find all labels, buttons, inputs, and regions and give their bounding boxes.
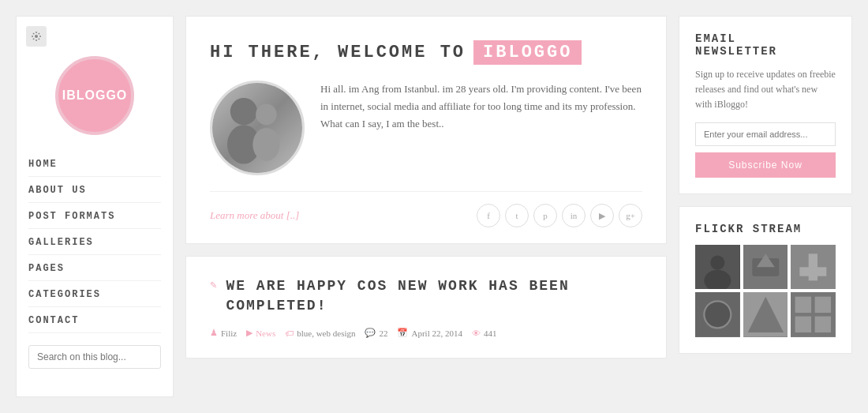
meta-author: ♟ Filiz (210, 328, 237, 338)
meta-category: ▶ News (246, 328, 275, 338)
google-plus-icon[interactable]: g+ (619, 204, 642, 227)
svg-point-0 (35, 35, 38, 38)
nav-item-categories[interactable]: CATEGORIES (28, 289, 101, 300)
svg-point-6 (710, 255, 724, 269)
svg-point-1 (230, 98, 257, 125)
welcome-description: Hi all. im Ang from Istanbul. im 28 year… (320, 81, 642, 133)
flickr-thumb-2[interactable] (743, 245, 788, 290)
nav-item-pages[interactable]: PAGES (28, 263, 65, 274)
post-meta: ♟ Filiz ▶ News 🏷 blue, web design 💬 22 📅 (210, 328, 642, 338)
welcome-card: HI THERE, WELCOME TO IBLOGGO (185, 16, 667, 244)
page-wrapper: IBLOGGO HOMEABOUT USPOST FORMATSGALLERIE… (0, 0, 868, 413)
post-card: ✎ WE ARE HAPPY COS NEW WORK HAS BEEN COM… (185, 256, 667, 359)
post-title: ✎ WE ARE HAPPY COS NEW WORK HAS BEEN COM… (210, 276, 642, 316)
meta-comments: 💬 22 (365, 328, 387, 338)
email-input[interactable] (695, 122, 836, 146)
flickr-thumb-1[interactable] (695, 245, 740, 290)
calendar-icon: 📅 (397, 328, 408, 338)
tag-icon: 🏷 (285, 329, 294, 338)
meta-tags: 🏷 blue, web design (285, 329, 355, 338)
flickr-title: FLICKR STREAM (695, 223, 836, 235)
twitter-icon[interactable]: t (505, 204, 529, 227)
pinterest-icon[interactable]: p (533, 204, 557, 227)
welcome-title-prefix: HI THERE, WELCOME TO (210, 43, 466, 62)
tags-text: blue, web design (297, 329, 355, 338)
newsletter-card: EMAILNEWSLETTER Sign up to receive updat… (679, 16, 852, 194)
logo-text: IBLOGGO (62, 88, 128, 103)
flickr-thumb-5[interactable] (743, 292, 788, 337)
main-content: HI THERE, WELCOME TO IBLOGGO (185, 16, 667, 397)
comment-icon: 💬 (365, 328, 376, 338)
social-icons: ftpin▶g+ (477, 204, 642, 227)
subscribe-button[interactable]: Subscribe Now (695, 152, 836, 178)
welcome-footer: Learn more about [..] ftpin▶g+ (210, 191, 642, 227)
linkedin-icon[interactable]: in (562, 204, 586, 227)
right-sidebar: EMAILNEWSLETTER Sign up to receive updat… (679, 16, 852, 397)
svg-rect-21 (795, 317, 811, 332)
welcome-title: HI THERE, WELCOME TO IBLOGGO (210, 40, 642, 65)
newsletter-title: EMAILNEWSLETTER (695, 32, 836, 58)
welcome-brand: IBLOGGO (473, 40, 582, 65)
comments-count: 22 (379, 329, 387, 338)
views-icon: 👁 (472, 329, 481, 338)
svg-rect-19 (795, 297, 811, 313)
nav-item-galleries[interactable]: GALLERIES (28, 237, 94, 248)
logo[interactable]: IBLOGGO (55, 56, 134, 135)
views-count: 441 (484, 329, 497, 338)
welcome-text: Hi all. im Ang from Istanbul. im 28 year… (320, 81, 642, 175)
left-sidebar: IBLOGGO HOMEABOUT USPOST FORMATSGALLERIE… (16, 16, 174, 397)
nav-item-contact[interactable]: CONTACT (28, 315, 79, 326)
post-title-text: WE ARE HAPPY COS NEW WORK HAS BEEN COMPL… (226, 276, 642, 316)
youtube-icon[interactable]: ▶ (590, 204, 614, 227)
meta-date: 📅 April 22, 2014 (397, 328, 462, 338)
nav-menu: HOMEABOUT USPOST FORMATSGALLERIESPAGESCA… (28, 151, 161, 333)
svg-point-4 (253, 128, 279, 161)
welcome-photo (210, 81, 305, 175)
newsletter-description: Sign up to receive updates on freebie re… (695, 67, 836, 113)
welcome-body: Hi all. im Ang from Istanbul. im 28 year… (210, 81, 642, 175)
svg-point-3 (256, 104, 277, 126)
svg-rect-22 (815, 317, 831, 332)
flickr-grid (695, 245, 836, 337)
svg-point-15 (704, 302, 731, 329)
learn-more-link[interactable]: Learn more about [..] (210, 209, 299, 222)
search-input[interactable] (28, 345, 161, 369)
flickr-thumb-3[interactable] (791, 245, 836, 290)
flickr-thumb-6[interactable] (791, 292, 836, 337)
edit-icon: ✎ (210, 278, 218, 294)
flickr-card: FLICKR STREAM (679, 206, 852, 354)
svg-rect-13 (800, 267, 827, 276)
folder-icon: ▶ (246, 328, 253, 338)
nav-item-about-us[interactable]: ABOUT US (28, 185, 87, 196)
gear-icon[interactable] (26, 26, 47, 47)
post-date: April 22, 2014 (411, 329, 462, 338)
flickr-thumb-4[interactable] (695, 292, 740, 337)
facebook-icon[interactable]: f (477, 204, 500, 227)
user-icon: ♟ (210, 328, 218, 338)
category-label[interactable]: News (256, 329, 275, 338)
svg-rect-20 (815, 297, 831, 313)
nav-item-home[interactable]: HOME (28, 159, 58, 170)
meta-views: 👁 441 (472, 329, 497, 338)
author-name: Filiz (221, 329, 237, 338)
nav-item-post-formats[interactable]: POST FORMATS (28, 211, 115, 222)
